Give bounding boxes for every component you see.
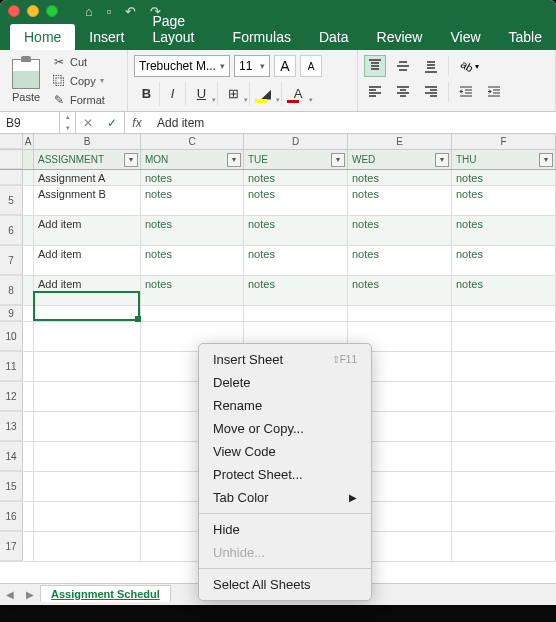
cell[interactable]: notes [141,170,244,185]
filter-button[interactable]: ▾ [539,153,553,167]
menu-item-tab-color[interactable]: Tab Color▶ [199,486,371,509]
format-painter-button[interactable]: ✎Format [52,91,105,108]
menu-item-insert-sheet[interactable]: Insert Sheet⇧F11 [199,348,371,371]
row-header[interactable] [0,150,23,169]
tab-review[interactable]: Review [363,24,437,50]
cell[interactable] [452,412,556,441]
cell[interactable] [34,472,141,501]
cell[interactable]: notes [244,246,348,275]
cell[interactable]: notes [244,170,348,185]
cell[interactable] [348,306,452,321]
italic-button[interactable]: I [160,82,186,106]
accept-formula-button[interactable]: ✓ [100,112,124,133]
cell[interactable] [23,306,34,321]
fx-label[interactable]: fx [125,116,149,130]
cell[interactable]: notes [452,186,556,215]
filter-button[interactable]: ▾ [227,153,241,167]
tab-formulas[interactable]: Formulas [219,24,305,50]
cell[interactable] [23,502,34,531]
table-header-a[interactable] [23,150,34,169]
copy-button[interactable]: ⿻Copy▾ [52,72,105,89]
filter-button[interactable]: ▾ [124,153,138,167]
minimize-button[interactable] [27,5,39,17]
tab-view[interactable]: View [436,24,494,50]
tab-data[interactable]: Data [305,24,363,50]
home-icon[interactable]: ⌂ [85,4,93,19]
col-header-c[interactable]: C [141,134,244,149]
cell[interactable] [452,382,556,411]
tab-home[interactable]: Home [10,24,75,50]
table-header-tue[interactable]: TUE▾ [244,150,348,169]
border-button[interactable]: ⊞▾ [218,82,250,106]
paste-button[interactable]: Paste [4,53,48,108]
menu-item-rename[interactable]: Rename [199,394,371,417]
orientation-button[interactable]: ab▾ [455,55,485,77]
tab-insert[interactable]: Insert [75,24,138,50]
row-header[interactable]: 11 [0,352,23,381]
row-header[interactable]: 15 [0,472,23,501]
align-right-button[interactable] [420,81,442,103]
row-header[interactable]: 16 [0,502,23,531]
cell[interactable] [452,352,556,381]
cell[interactable]: notes [452,216,556,245]
cell[interactable]: notes [348,276,452,305]
cell[interactable]: notes [244,216,348,245]
cell[interactable] [34,352,141,381]
font-size-select[interactable]: 11▾ [234,55,270,77]
cell[interactable]: notes [141,246,244,275]
cell[interactable] [452,472,556,501]
tab-table[interactable]: Table [495,24,556,50]
fill-color-button[interactable]: ◢▾ [250,82,282,106]
menu-item-hide[interactable]: Hide [199,518,371,541]
cell[interactable]: Add item [34,246,141,275]
cancel-formula-button[interactable]: ✕ [76,112,100,133]
row-header[interactable]: 14 [0,442,23,471]
cell[interactable] [23,412,34,441]
align-middle-button[interactable] [392,55,414,77]
decrease-indent-button[interactable] [455,81,477,103]
cell[interactable] [23,276,34,305]
cell[interactable] [452,532,556,561]
row-header[interactable]: 12 [0,382,23,411]
cell[interactable] [34,502,141,531]
cell[interactable] [34,442,141,471]
filter-button[interactable]: ▾ [435,153,449,167]
menu-item-view-code[interactable]: View Code [199,440,371,463]
cell[interactable]: Add item [34,276,141,305]
sheet-nav-next[interactable]: ▶ [20,589,40,600]
table-header-wed[interactable]: WED▾ [348,150,452,169]
close-button[interactable] [8,5,20,17]
menu-item-protect-sheet-[interactable]: Protect Sheet... [199,463,371,486]
menu-item-move-or-copy-[interactable]: Move or Copy... [199,417,371,440]
formula-input[interactable]: Add item [149,116,556,130]
cell[interactable] [23,472,34,501]
filter-button[interactable]: ▾ [331,153,345,167]
cell[interactable] [34,306,141,321]
row-header[interactable]: 8 [0,276,23,305]
row-header[interactable] [0,170,23,185]
undo-icon[interactable]: ↶ [125,4,136,19]
col-header-d[interactable]: D [244,134,348,149]
increase-indent-button[interactable] [483,81,505,103]
sheet-tab[interactable]: Assignment Schedul [40,585,171,602]
name-box[interactable]: B9 [0,112,60,133]
align-center-button[interactable] [392,81,414,103]
cell[interactable]: notes [244,276,348,305]
row-header[interactable]: 17 [0,532,23,561]
align-bottom-button[interactable] [420,55,442,77]
cell[interactable] [244,306,348,321]
row-header[interactable]: 6 [0,216,23,245]
cell[interactable]: notes [452,170,556,185]
cell[interactable]: notes [141,186,244,215]
cell[interactable] [23,186,34,215]
cell[interactable] [23,246,34,275]
bold-button[interactable]: B [134,82,160,106]
cell[interactable]: notes [452,276,556,305]
cell[interactable] [452,306,556,321]
col-header-f[interactable]: F [452,134,556,149]
namebox-spinner[interactable]: ▴▾ [60,112,76,133]
cell[interactable] [34,382,141,411]
save-icon[interactable]: ▫ [107,4,112,19]
cell[interactable] [34,532,141,561]
cell[interactable]: Add item [34,216,141,245]
